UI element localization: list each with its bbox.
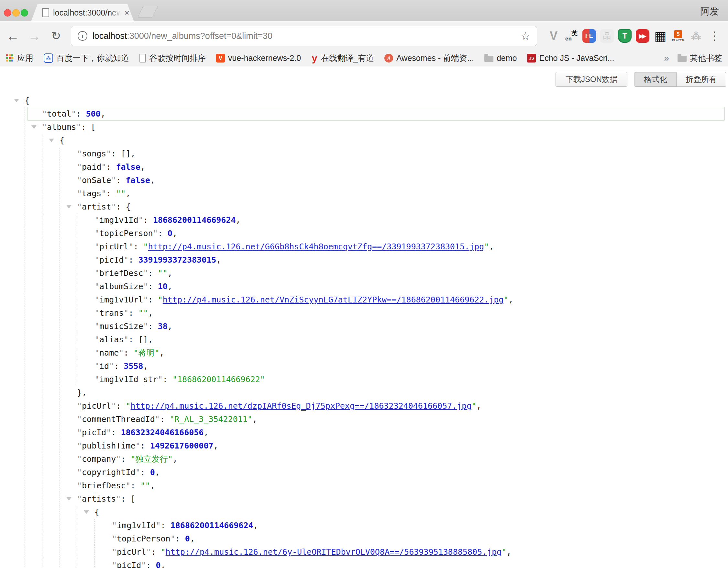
json-punctuation: }, (77, 388, 87, 397)
json-line-content: "img1v1Id": 18686200114669624, (0, 215, 241, 225)
vue-devtools-icon[interactable]: V (547, 29, 560, 43)
download-json-button[interactable]: 下载JSON数据 (556, 72, 627, 87)
json-number: 3558 (124, 362, 143, 371)
qr-code-icon[interactable]: ▦ (654, 29, 667, 43)
json-line-content: "img1v1Url": "http://p4.music.126.net/Vn… (0, 295, 513, 305)
json-boolean: false (116, 162, 140, 172)
json-line-content: "briefDesc": "", (0, 268, 172, 278)
minimize-window-button[interactable] (12, 9, 20, 17)
json-url-link[interactable]: http://p4.music.126.net/VnZiScyynLG7atLI… (163, 295, 504, 305)
json-line-content: { (0, 96, 29, 105)
json-key: picUrl (82, 401, 111, 411)
bookmark-google-sort[interactable]: 谷歌按时间排序 (139, 53, 206, 63)
json-key: topicPerson (117, 534, 171, 543)
json-line-content: "paid": false, (0, 162, 145, 172)
json-key: img1v1Url (99, 295, 143, 305)
back-button[interactable]: ← (6, 29, 20, 43)
json-line: "albums": [ (0, 120, 728, 134)
json-number: 0 (150, 468, 155, 477)
json-number: 500 (86, 109, 101, 118)
json-key: albumSize (99, 282, 143, 291)
paw-icon[interactable]: ⁂ (689, 29, 703, 43)
json-number: 18686200114669624 (171, 521, 253, 530)
json-string: 蒋明 (138, 348, 155, 358)
json-number: 38 (158, 322, 168, 331)
bookmark-label: 在线翻译_有道 (321, 53, 374, 63)
collapse-all-button[interactable]: 折叠所有 (676, 72, 726, 87)
bookmark-label: 谷歌按时间排序 (149, 53, 206, 63)
json-key: musicSize (99, 322, 143, 331)
browser-tab[interactable]: localhost:3000/new_albums?o × (31, 4, 134, 21)
bookmark-label: Echo JS - JavaScri... (539, 53, 614, 63)
json-line-content: "onSale": false, (0, 175, 155, 185)
json-key: total (47, 109, 71, 118)
info-icon[interactable]: i (78, 31, 87, 41)
bookmarks-overflow-icon[interactable]: » (664, 53, 669, 63)
json-line: "img1v1Url": "http://p4.music.126.net/Vn… (0, 293, 728, 306)
new-tab-button[interactable] (138, 6, 158, 17)
json-punctuation: { (94, 507, 99, 517)
json-number: 10 (158, 282, 168, 291)
awesomes-icon: A (384, 54, 393, 62)
json-url-link[interactable]: http://p4.music.126.net/dzpIARf0sEg_Dj75… (131, 401, 472, 411)
video-player-icon[interactable]: ▶▶ (636, 29, 649, 43)
json-key: name (99, 348, 119, 358)
reload-button[interactable]: ↻ (49, 29, 63, 43)
json-line-content: "albumSize": 10, (0, 282, 172, 291)
json-key: picId (117, 561, 141, 568)
json-punctuation: [ (131, 494, 136, 504)
json-key: songs (82, 149, 106, 158)
json-line: "img1v1Id_str": "18686200114669622" (0, 373, 728, 386)
translate-icon[interactable]: en英 (565, 29, 578, 43)
json-key: onSale (82, 175, 111, 185)
json-key: topicPerson (99, 228, 153, 238)
bookmark-star-icon[interactable]: ☆ (521, 29, 530, 42)
bookmark-vue-hackernews[interactable]: Vvue-hackernews-2.0 (216, 53, 301, 63)
json-line-content: "picId": 0, (0, 561, 166, 568)
bookmark-awesomes[interactable]: AAwesomes - 前端资... (384, 53, 474, 63)
other-bookmarks[interactable]: 其他书签 (678, 53, 722, 63)
format-button[interactable]: 格式化 (634, 72, 676, 87)
bookmark-apps[interactable]: 应用 (6, 53, 33, 63)
fe-helper-icon[interactable]: FE (582, 29, 596, 43)
json-url-link[interactable]: http://p4.music.126.net/6y-UleORITEDbvrO… (166, 547, 502, 557)
close-window-button[interactable] (4, 9, 11, 17)
json-key: img1v1Id (99, 215, 138, 225)
json-line-content: "commentThreadId": "R_AL_3_35422011", (0, 415, 257, 424)
json-url-link[interactable]: http://p4.music.126.net/G6Gb8hsCk4h8oemc… (148, 242, 484, 251)
address-bar[interactable]: i localhost :3000/new_albums?offset=0&li… (71, 26, 537, 46)
json-line: "img1v1Id": 18686200114669624, (0, 213, 728, 227)
tab-close-icon[interactable]: × (125, 8, 129, 17)
json-key: artists (82, 494, 116, 504)
bookmark-label: Awesomes - 前端资... (396, 53, 474, 63)
json-key: albums (47, 122, 76, 132)
bookmark-demo[interactable]: demo (484, 53, 517, 63)
bookmark-youdao[interactable]: y在线翻译_有道 (311, 53, 374, 64)
json-string: 18686200114669622 (177, 375, 260, 384)
json-line: "total": 500, (0, 107, 728, 120)
html5-player-icon[interactable]: 5PLAYER (671, 29, 685, 43)
browser-menu-icon[interactable]: ⋮ (709, 29, 720, 43)
tampermonkey-icon[interactable]: T (618, 29, 632, 43)
json-key: img1v1Id (117, 521, 156, 530)
extension-icons: Ven英FE品T▶▶▦5PLAYER⁂ (547, 29, 703, 43)
json-line-content: "picUrl": "http://p4.music.126.net/dzpIA… (0, 401, 481, 411)
json-boolean: false (126, 175, 150, 185)
bookmark-baidu[interactable]: ⁂百度一下，你就知道 (44, 53, 129, 63)
json-line: { (0, 506, 728, 519)
json-punctuation: [] (121, 149, 131, 158)
bookmark-echojs[interactable]: JSEcho JS - JavaScri... (527, 53, 614, 63)
json-number: 0 (168, 228, 172, 238)
json-line-content: }, (0, 388, 87, 397)
bookmark-label: 百度一下，你就知道 (56, 53, 129, 63)
echojs-icon: JS (527, 54, 536, 62)
json-line-content: "copyrightId": 0, (0, 468, 160, 477)
json-line: "name": "蒋明", (0, 346, 728, 360)
sitemap-icon[interactable]: 品 (600, 29, 614, 43)
profile-name[interactable]: 阿发 (700, 5, 719, 18)
json-line: "albumSize": 10, (0, 280, 728, 293)
json-line: }, (0, 386, 728, 399)
json-number: 18686200114669624 (153, 215, 236, 225)
zoom-window-button[interactable] (21, 9, 28, 17)
json-key: picId (82, 428, 106, 437)
